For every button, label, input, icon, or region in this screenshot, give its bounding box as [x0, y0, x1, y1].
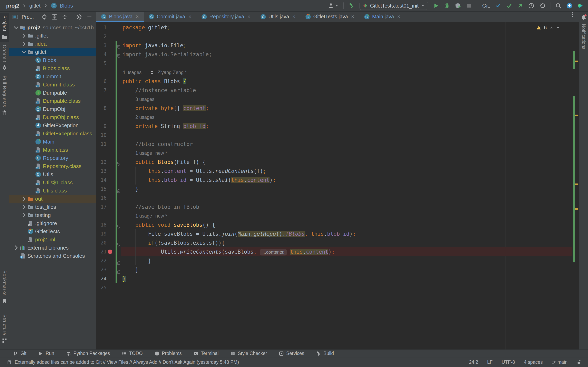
warning-marker[interactable]	[575, 184, 579, 185]
rollback-button[interactable]	[539, 3, 545, 9]
tree-item-repository-class[interactable]: 01Repository.class	[9, 162, 96, 170]
hide-panel-icon[interactable]	[86, 14, 93, 20]
tree-item-test-files[interactable]: test_files	[9, 203, 96, 211]
status-message[interactable]: Externally added files can be added to G…	[15, 359, 239, 365]
run-button[interactable]	[433, 3, 439, 9]
run-configuration-select[interactable]: GitletTests.test01_init	[360, 2, 428, 10]
status-event-icon[interactable]	[7, 360, 11, 365]
editor-gutter[interactable]: 1	[96, 23, 121, 32]
stop-button[interactable]	[466, 3, 472, 9]
inlay-hint[interactable]: 1 usage	[135, 211, 152, 220]
chevron-down-icon[interactable]	[13, 24, 20, 31]
fold-marker-icon[interactable]	[117, 187, 121, 191]
gear-icon[interactable]	[76, 14, 82, 20]
update-project-button[interactable]	[495, 3, 501, 9]
editor-gutter[interactable]: 22	[96, 256, 121, 265]
editor-gutter[interactable]: 6	[96, 77, 121, 86]
editor-code-line[interactable]: 13 this.content = Utils.readContents(f);	[96, 167, 572, 175]
editor-code-line[interactable]: 25	[96, 283, 572, 292]
tree-item-utils[interactable]: CUtils	[9, 170, 96, 178]
editor-inlay-row[interactable]: 1 usagenew *	[96, 211, 572, 220]
editor-gutter[interactable]	[96, 149, 121, 158]
chevron-right-icon[interactable]	[13, 244, 20, 251]
editor-code-line[interactable]: 12 public Blobs(File f) {	[96, 158, 572, 167]
editor-gutter[interactable]: 25	[96, 283, 121, 292]
caret-position[interactable]: 24:2	[469, 359, 478, 365]
editor-code-line[interactable]: 15 }	[96, 184, 572, 193]
chevron-right-icon[interactable]	[20, 203, 27, 210]
inlay-hint[interactable]: new *	[155, 149, 167, 158]
editor-gutter[interactable]: 8	[96, 104, 121, 113]
editor-inlay-row[interactable]: 2 usages	[96, 113, 572, 122]
chevron-right-icon[interactable]	[20, 195, 27, 202]
inlay-hint[interactable]: 2 usages	[135, 113, 154, 122]
editor-gutter[interactable]: 14	[96, 175, 121, 184]
editor-code-line[interactable]: 2	[96, 32, 572, 41]
file-encoding[interactable]: UTF-8	[502, 359, 515, 365]
toolwindow-button-build[interactable]: Build	[316, 351, 334, 356]
chevron-right-icon[interactable]	[20, 212, 27, 218]
fold-marker-icon[interactable]	[117, 259, 121, 263]
tab-commit-java[interactable]: CCommit.java×	[144, 12, 196, 22]
editor-gutter[interactable]: 17	[96, 202, 121, 211]
fold-marker-icon[interactable]	[117, 160, 121, 164]
tree-item-commit-class[interactable]: 01Commit.class	[9, 81, 96, 89]
tab-utils-java[interactable]: CUtils.java×	[255, 12, 300, 22]
toolwindow-button-services[interactable]: Services	[279, 351, 304, 356]
stripe-item-structure[interactable]: Structure	[0, 312, 9, 346]
editor-code-line[interactable]: 6public class Blobs {	[96, 77, 572, 86]
tab-options-icon[interactable]	[570, 12, 576, 18]
editor-code-line[interactable]: 4import java.io.Serializable;	[96, 50, 572, 59]
editor-inlay-row[interactable]: 3 usages	[96, 95, 572, 104]
toolwindow-button-run[interactable]: Run	[38, 351, 54, 356]
line-separator[interactable]: LF	[487, 359, 493, 365]
project-panel-title[interactable]: Pro...	[22, 14, 34, 20]
editor-code-line[interactable]: 8 private byte[] content;	[96, 104, 572, 113]
toolwindow-button-git[interactable]: Git	[13, 351, 26, 356]
warning-marker[interactable]	[575, 60, 579, 62]
fold-marker-icon[interactable]	[117, 52, 121, 57]
editor-code-line[interactable]: 1package gitlet;	[96, 23, 572, 32]
editor-gutter[interactable]: 21	[96, 247, 121, 256]
lock-icon[interactable]	[577, 360, 581, 365]
tree-item-gitletexception-class[interactable]: 01GitletException.class	[9, 129, 96, 138]
close-icon[interactable]: ×	[292, 14, 295, 20]
inlay-hint[interactable]: 3 usages	[135, 95, 154, 104]
stripe-item-commit[interactable]: Commit	[0, 42, 9, 73]
editor-code-line[interactable]: 24}	[96, 274, 572, 283]
editor-code-line[interactable]: 18 public void saveBlobs() {	[96, 220, 572, 229]
expand-all-icon[interactable]	[52, 14, 58, 20]
editor-code-line[interactable]: 7 //instance variable	[96, 86, 572, 95]
editor-gutter[interactable]: 4	[96, 50, 121, 59]
editor-gutter[interactable]: 2	[96, 32, 121, 41]
editor-gutter[interactable]: 12	[96, 158, 121, 167]
code-editor[interactable]: 6 1package gitlet;23import java.io.File;…	[96, 22, 572, 350]
git-branch-widget[interactable]: main	[552, 359, 568, 365]
breadcrumb-file[interactable]: Blobs	[60, 3, 73, 9]
editor-gutter[interactable]: 19	[96, 229, 121, 238]
tree-item-gitletexception[interactable]: GitletException	[9, 121, 96, 129]
editor-gutter[interactable]: 15	[96, 184, 121, 193]
coverage-button[interactable]	[455, 3, 461, 9]
tree-item-proj2-iml[interactable]: proj2.iml	[9, 235, 96, 244]
editor-code-line[interactable]: 20 if(!saveBlobs.exists()){	[96, 238, 572, 247]
close-icon[interactable]: ×	[136, 14, 139, 20]
editor-gutter[interactable]: 16	[96, 193, 121, 202]
tree-item-commit[interactable]: CCommit	[9, 72, 96, 81]
editor-code-line[interactable]: 22 }	[96, 256, 572, 265]
tree-item-idea[interactable]: .idea	[9, 40, 96, 48]
search-everywhere-button[interactable]	[555, 3, 562, 9]
toolwindow-button-todo[interactable]: TODO	[122, 351, 143, 356]
tab-gitlettests-java[interactable]: CGitletTests.java×	[300, 12, 359, 22]
editor-code-line[interactable]: 3import java.io.File;	[96, 41, 572, 50]
notifications-bell-icon[interactable]	[581, 14, 587, 20]
editor-inlay-row[interactable]: 4 usagesZiyang Zeng *	[96, 68, 572, 77]
account-button[interactable]	[328, 3, 338, 9]
tab-blobs-java[interactable]: CBlobs.java×	[96, 12, 144, 22]
inlay-hint[interactable]: new *	[155, 211, 167, 220]
tree-item-gitlet[interactable]: gitlet	[9, 48, 96, 56]
editor-gutter[interactable]: 18	[96, 220, 121, 229]
fold-marker-icon[interactable]	[117, 267, 121, 272]
breadcrumb-package[interactable]: gitlet	[29, 3, 41, 9]
tree-item-scratches-and-consoles[interactable]: Scratches and Consoles	[9, 252, 96, 260]
